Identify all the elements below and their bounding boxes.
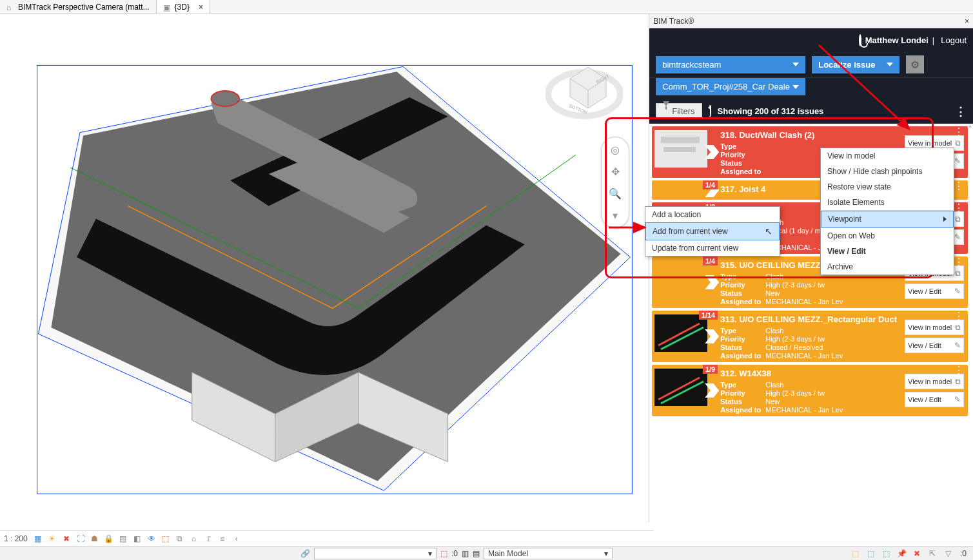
model-display-icon[interactable]: ▦	[33, 534, 43, 544]
close-icon[interactable]: ×	[965, 17, 969, 26]
menu-viewpoint[interactable]: Viewpoint	[821, 211, 954, 227]
detail-level-icon[interactable]: ▤	[118, 534, 128, 544]
menu-archive[interactable]: Archive	[821, 259, 954, 275]
issue-card[interactable]: 1/14313. U/O CEILLING MEZZ._Rectangular …	[652, 311, 968, 362]
list-menu-button[interactable]: ⋮	[955, 109, 967, 114]
menu-open-on-web[interactable]: Open on Web	[821, 228, 954, 244]
menu-show-hide-pinpoints[interactable]: Show / Hide clash pinpoints	[821, 164, 954, 179]
filter-selection-icon[interactable]: ▽	[942, 548, 954, 559]
localize-button[interactable]: Localize issue	[812, 56, 899, 73]
field-label-priority: Priority	[720, 389, 765, 397]
pencil-icon: ✎	[954, 287, 961, 296]
scale-label[interactable]: 1 : 200	[4, 534, 28, 543]
issue-card[interactable]: 1/9312. W14X38TypeClashPriorityHigh (2-3…	[652, 365, 968, 416]
filters-button[interactable]: Filters	[656, 103, 702, 119]
issue-thumbnail[interactable]	[654, 184, 707, 200]
select-face-icon[interactable]: ✖	[911, 548, 923, 559]
issue-thumbnail[interactable]	[654, 369, 707, 406]
issue-title: 312. W14X38	[720, 369, 897, 378]
lock-icon[interactable]: 🔒	[104, 534, 114, 544]
view-cube[interactable]: RIGHT BOTTOM	[545, 53, 623, 124]
crop-icon[interactable]: ⛶	[75, 534, 86, 544]
sel-count: :0	[451, 549, 458, 558]
tab-3d[interactable]: ▣ {3D} ×	[157, 0, 210, 14]
drag-icon[interactable]: ⇱	[927, 548, 938, 559]
analytical-icon[interactable]: ≡	[217, 534, 228, 544]
select-underlay-icon[interactable]: ⬚	[880, 548, 892, 559]
issue-menu-button[interactable]: ⋮	[954, 313, 964, 320]
submenu-add-location[interactable]: Add a location	[645, 207, 780, 222]
issue-menu-button[interactable]: ⋮	[954, 259, 964, 266]
field-label-type: Type	[720, 381, 765, 389]
orbit-icon[interactable]: ◎	[607, 141, 624, 158]
field-label-type: Type	[720, 273, 765, 280]
submenu-add-from-current[interactable]: Add from current view ↖	[645, 222, 780, 240]
sheet-icon[interactable]: ▤	[473, 549, 480, 558]
temporary-icon[interactable]: ⌂	[189, 534, 199, 544]
shadows-icon[interactable]: ✖	[61, 534, 72, 544]
menu-isolate-elements[interactable]: Isolate Elements	[821, 195, 954, 210]
pan-icon[interactable]: ✥	[607, 163, 624, 180]
worksharing-icon[interactable]: ⧉	[175, 534, 185, 544]
field-label-type: Type	[720, 327, 765, 334]
issue-thumbnail[interactable]	[654, 130, 707, 168]
close-icon[interactable]: ×	[199, 3, 203, 12]
issue-count-badge: 1/4	[703, 256, 718, 266]
submenu-update-from-current[interactable]: Update from current view	[645, 240, 780, 256]
zoom-icon[interactable]: 🔍	[607, 185, 624, 202]
select-links-icon[interactable]: ⬚	[865, 548, 876, 559]
link-icon[interactable]: 🔗	[300, 549, 310, 558]
model-combo[interactable]: Main Model ▾	[484, 548, 613, 559]
project-dropdown[interactable]: Comm_TOR_Proj#258_Car Deale	[656, 78, 805, 95]
issue-thumbnail[interactable]	[654, 260, 707, 298]
sun-path-icon[interactable]: ☀	[47, 534, 57, 544]
issue-thumbnail[interactable]	[654, 314, 707, 352]
global-status-bar: 🔗 ▾ ⬚ :0 ▥ ▤ Main Model ▾ ⬚ ⬚ ⬚ 📌 ✖ ⇱ ▽ …	[0, 546, 973, 560]
constraints-icon[interactable]: ⟟	[203, 534, 213, 544]
visual-style-icon[interactable]: ◧	[132, 534, 143, 544]
chevron-right-icon	[943, 217, 947, 222]
reveal-icon[interactable]: ⬚	[161, 534, 171, 544]
menu-restore-view-state[interactable]: Restore view state	[821, 179, 954, 195]
menu-view-in-model[interactable]: View in model	[821, 148, 954, 164]
logout-link[interactable]: Logout	[941, 35, 967, 45]
issue-menu-button[interactable]: ⋮	[954, 205, 964, 211]
issue-menu-button[interactable]: ⋮	[954, 183, 964, 189]
sel-zero: :0	[958, 548, 969, 559]
view-edit-button[interactable]: View / Edit✎	[905, 392, 964, 407]
render-icon[interactable]: ☗	[90, 534, 100, 544]
field-label-status: Status	[720, 343, 765, 351]
svg-rect-13	[661, 137, 700, 143]
hide-icon[interactable]: 👁	[146, 534, 157, 544]
settings-button[interactable]: ⚙	[906, 55, 924, 73]
viewport-3d[interactable]: RIGHT BOTTOM ◎ ✥ 🔍 ▾	[0, 14, 649, 522]
user-icon	[859, 35, 861, 45]
page-icon[interactable]: ▥	[462, 549, 469, 558]
refresh-icon	[709, 105, 711, 117]
nav-chevron-down-icon[interactable]: ▾	[607, 207, 624, 224]
view-edit-button[interactable]: View / Edit✎	[905, 284, 964, 299]
tab-perspective-camera[interactable]: ⌂ BIMTrack Perspective Camera (matt...	[0, 0, 157, 14]
view-edit-button[interactable]: View / Edit✎	[905, 338, 964, 353]
issue-menu-button[interactable]: ⋮	[954, 367, 964, 374]
issue-menu-button[interactable]: ⋮	[954, 129, 964, 135]
field-value-type: Clash	[765, 381, 897, 389]
menu-view-edit[interactable]: View / Edit	[821, 244, 954, 259]
chevron-down-icon	[887, 63, 893, 66]
field-value-priority: High (2-3 days / tw	[765, 389, 897, 397]
field-label-status: Status	[720, 159, 765, 167]
refresh-button[interactable]	[709, 106, 711, 116]
field-value-assigned: MECHANICAL - Jan Lev	[765, 352, 897, 360]
more-icon[interactable]: ‹	[231, 534, 242, 544]
workset-combo[interactable]: ▾	[314, 548, 437, 559]
field-value-status: New	[765, 398, 897, 405]
select-pinned-icon[interactable]: 📌	[896, 548, 907, 559]
hub-dropdown[interactable]: bimtrackcsteam	[656, 56, 805, 73]
scroll-up-icon[interactable]: ˄	[968, 125, 972, 132]
view-in-model-button[interactable]: View in model⧉	[905, 320, 964, 335]
hub-name: bimtrackcsteam	[662, 60, 721, 70]
select-elements-icon[interactable]: ⬚	[849, 548, 861, 559]
filter-icon	[663, 106, 669, 116]
select-icon[interactable]: ⬚	[440, 549, 447, 558]
view-in-model-button[interactable]: View in model⧉	[905, 374, 964, 389]
